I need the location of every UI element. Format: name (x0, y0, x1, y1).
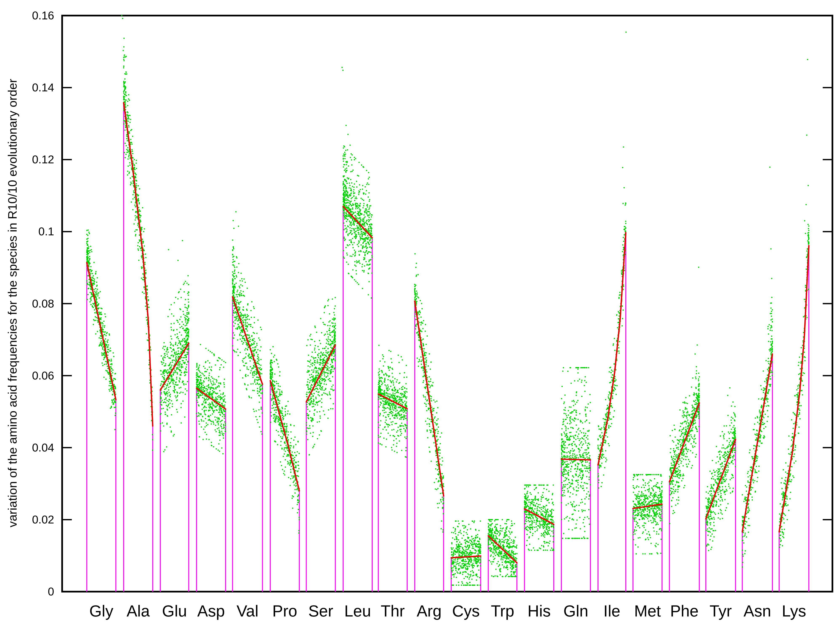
y-tick-label: 0.06 (3, 369, 54, 382)
y-tick-label: 0.02 (3, 513, 54, 526)
trend-line-Cys (451, 556, 481, 558)
trend-line-Met (633, 504, 662, 509)
trend-line-Val (232, 297, 262, 384)
trend-line-Ser (306, 345, 335, 402)
trend-line-Asp (197, 388, 226, 409)
y-tick-label: 0.12 (3, 153, 54, 166)
trend-line-Glu (160, 343, 189, 390)
trend-line-Tyr (706, 439, 736, 519)
x-axis-label: Lys (760, 602, 828, 620)
trend-line-Arg (415, 301, 444, 496)
trend-line-Lys (779, 246, 809, 532)
trend-line-Gly (87, 263, 116, 400)
trend-lines-layer (0, 0, 840, 627)
y-tick-label: 0.04 (3, 441, 54, 454)
trend-line-Ala (124, 103, 153, 426)
y-tick-label: 0.14 (3, 81, 54, 94)
y-tick-label: 0.08 (3, 297, 54, 310)
y-tick-label: 0 (3, 585, 54, 598)
y-tick-label: 0.1 (3, 225, 54, 238)
y-tick-label: 0.16 (3, 9, 54, 22)
trend-line-Thr (378, 394, 407, 409)
figure-container: variation of the amino acid frequencies … (0, 0, 840, 627)
trend-line-Gln (561, 459, 591, 460)
trend-line-Phe (669, 403, 699, 482)
trend-line-Pro (270, 381, 299, 491)
trend-line-His (524, 509, 554, 525)
trend-line-Trp (488, 536, 517, 563)
trend-line-Ile (598, 233, 626, 465)
trend-line-Leu (343, 206, 372, 238)
trend-line-Asn (742, 354, 772, 532)
